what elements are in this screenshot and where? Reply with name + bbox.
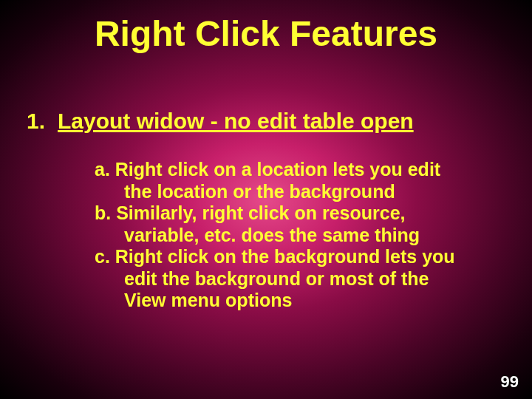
list-item-label: c. xyxy=(95,246,110,267)
list-item-label: a. xyxy=(95,159,110,180)
section-1: 1.Layout widow - no edit table open a. R… xyxy=(27,109,532,312)
section-heading: 1.Layout widow - no edit table open xyxy=(27,109,532,134)
list-item-text: variable, etc. does the same thing xyxy=(95,225,532,247)
list-item-label: b. xyxy=(95,202,111,223)
list-item-text: View menu options xyxy=(95,290,532,312)
list-item-text: Right click on the background lets you xyxy=(115,246,455,267)
section-heading-text: Layout widow - no edit table open xyxy=(58,109,414,133)
section-number: 1. xyxy=(27,109,58,134)
list-item: a. Right click on a location lets you ed… xyxy=(95,159,532,202)
list-item: b. Similarly, right click on resource, v… xyxy=(95,202,532,246)
page-number: 99 xyxy=(501,372,519,392)
list-item-text: edit the background or most of the xyxy=(95,268,532,290)
list-item: c. Right click on the background lets yo… xyxy=(95,246,532,312)
list-item-text: Similarly, right click on resource, xyxy=(116,202,405,223)
list-item-text: Right click on a location lets you edit xyxy=(115,159,440,180)
slide-title: Right Click Features xyxy=(0,0,532,54)
item-list: a. Right click on a location lets you ed… xyxy=(95,159,532,312)
list-item-text: the location or the background xyxy=(95,181,532,203)
